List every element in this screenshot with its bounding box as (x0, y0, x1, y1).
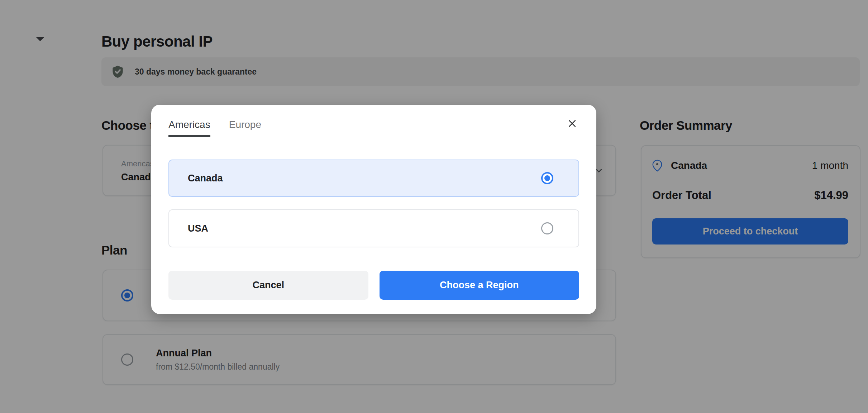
modal-actions: Cancel Choose a Region (168, 271, 579, 300)
region-option-label: Canada (188, 173, 223, 184)
radio-unselected[interactable] (541, 222, 553, 234)
choose-a-region-button[interactable]: Choose a Region (380, 271, 580, 300)
tab-europe[interactable]: Europe (229, 119, 261, 135)
tab-americas[interactable]: Americas (168, 119, 210, 137)
region-option-canada[interactable]: Canada (168, 160, 579, 197)
cancel-button[interactable]: Cancel (168, 271, 368, 300)
region-option-usa[interactable]: USA (168, 209, 579, 247)
close-icon[interactable] (563, 115, 581, 132)
region-option-label: USA (188, 223, 208, 234)
radio-selected[interactable] (541, 172, 553, 184)
region-tabs: Americas Europe (168, 119, 579, 137)
choose-region-modal: Americas Europe Canada USA Cancel Choose… (151, 105, 596, 314)
